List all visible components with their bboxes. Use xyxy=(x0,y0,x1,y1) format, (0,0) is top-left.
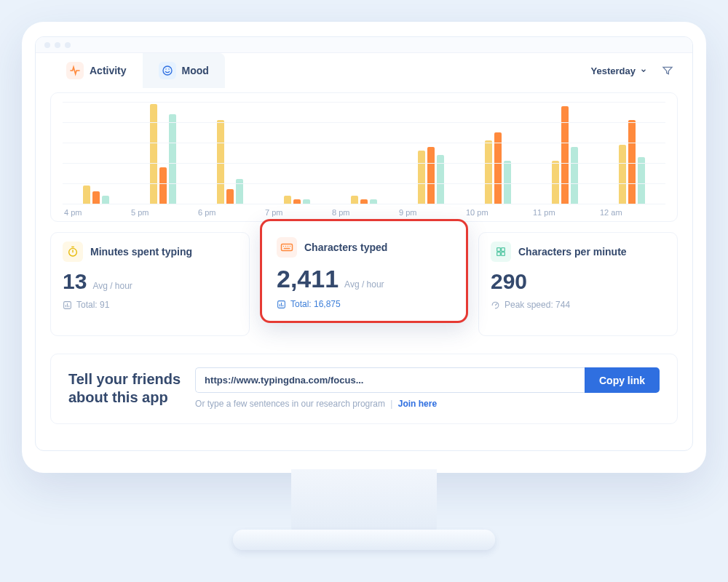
x-axis-tick: 9 pm xyxy=(397,208,464,217)
share-url-input[interactable] xyxy=(195,367,585,393)
tab-activity[interactable]: Activity xyxy=(50,53,143,88)
mood-icon xyxy=(159,62,176,79)
share-title-line2: about this app xyxy=(68,389,168,405)
x-axis-tick: 7 pm xyxy=(264,208,331,217)
x-axis-tick: 11 pm xyxy=(531,208,598,217)
keyboard-icon xyxy=(277,237,297,258)
share-title-line1: Tell your friends xyxy=(68,371,181,387)
tab-mood-label: Mood xyxy=(182,65,209,76)
stat-chars-title: Characters typed xyxy=(304,242,387,253)
share-sub-text: Or type a few sentences in our research … xyxy=(195,399,385,409)
x-axis-tick: 10 pm xyxy=(464,208,531,217)
stat-cpm-value: 290 xyxy=(491,269,527,294)
period-label: Yesterday xyxy=(591,65,636,76)
window-titlebar xyxy=(36,37,692,53)
join-here-link[interactable]: Join here xyxy=(398,399,437,409)
svg-rect-7 xyxy=(497,252,501,256)
stat-chars-unit: Avg / hour xyxy=(344,279,384,290)
filter-icon xyxy=(662,65,673,76)
tabs-row: Activity Mood Yesterday xyxy=(50,53,678,88)
chart-container: 4 pm5 pm6 pm7 pm8 pm9 pm10 pm11 pm12 am xyxy=(50,92,678,222)
tab-mood[interactable]: Mood xyxy=(143,53,225,88)
svg-rect-3 xyxy=(282,244,293,251)
svg-rect-5 xyxy=(497,248,501,252)
share-subtext: Or type a few sentences in our research … xyxy=(195,399,660,409)
stat-card-minutes: Minutes spent typing 13 Avg / hour Total… xyxy=(50,232,250,336)
stat-minutes-value: 13 xyxy=(63,269,87,294)
stat-cpm-title: Characters per minute xyxy=(518,246,627,258)
separator: | xyxy=(390,399,392,409)
monitor-stand xyxy=(291,469,437,535)
gauge-icon xyxy=(491,300,500,310)
stat-minutes-unit: Avg / hour xyxy=(92,281,132,291)
app-window: Activity Mood Yesterday xyxy=(35,36,693,451)
stat-card-characters: Characters typed 2,411 Avg / hour Total:… xyxy=(260,219,468,323)
content-area: Activity Mood Yesterday xyxy=(36,53,692,450)
window-dot xyxy=(55,42,60,48)
stat-cpm-foot: Peak speed: 744 xyxy=(505,300,570,310)
bar-chart-icon xyxy=(63,300,72,310)
share-title: Tell your friends about this app xyxy=(68,370,181,407)
stat-chars-foot: Total: 16,875 xyxy=(290,299,341,309)
chart-area xyxy=(63,102,665,204)
chart-gridlines xyxy=(63,102,665,204)
monitor-base xyxy=(233,530,495,550)
stat-minutes-foot: Total: 91 xyxy=(76,300,109,310)
bar-chart-icon xyxy=(277,300,286,309)
filter-button[interactable] xyxy=(657,60,678,81)
x-axis-tick: 6 pm xyxy=(197,208,264,217)
stopwatch-icon xyxy=(63,242,83,262)
activity-icon xyxy=(66,62,84,79)
chart-x-axis: 4 pm5 pm6 pm7 pm8 pm9 pm10 pm11 pm12 am xyxy=(63,208,665,217)
x-axis-tick: 5 pm xyxy=(130,208,197,217)
x-axis-tick: 4 pm xyxy=(63,208,130,217)
speed-icon xyxy=(491,242,511,262)
copy-link-button[interactable]: Copy link xyxy=(585,367,660,393)
svg-point-0 xyxy=(163,66,172,75)
chevron-down-icon xyxy=(640,67,647,74)
x-axis-tick: 8 pm xyxy=(331,208,397,217)
period-selector[interactable]: Yesterday xyxy=(591,65,650,76)
stat-minutes-title: Minutes spent typing xyxy=(90,246,192,258)
tab-activity-label: Activity xyxy=(90,65,127,76)
svg-rect-6 xyxy=(502,248,505,252)
stat-chars-value: 2,411 xyxy=(277,265,339,293)
window-dot xyxy=(65,42,71,48)
window-dot xyxy=(44,42,50,48)
x-axis-tick: 12 am xyxy=(598,208,665,217)
stats-row: Minutes spent typing 13 Avg / hour Total… xyxy=(50,232,678,336)
svg-rect-8 xyxy=(502,252,505,256)
monitor-frame: Activity Mood Yesterday xyxy=(22,22,706,473)
stat-card-cpm: Characters per minute 290 Peak speed: 74… xyxy=(478,232,678,336)
share-box: Tell your friends about this app Copy li… xyxy=(50,354,678,424)
